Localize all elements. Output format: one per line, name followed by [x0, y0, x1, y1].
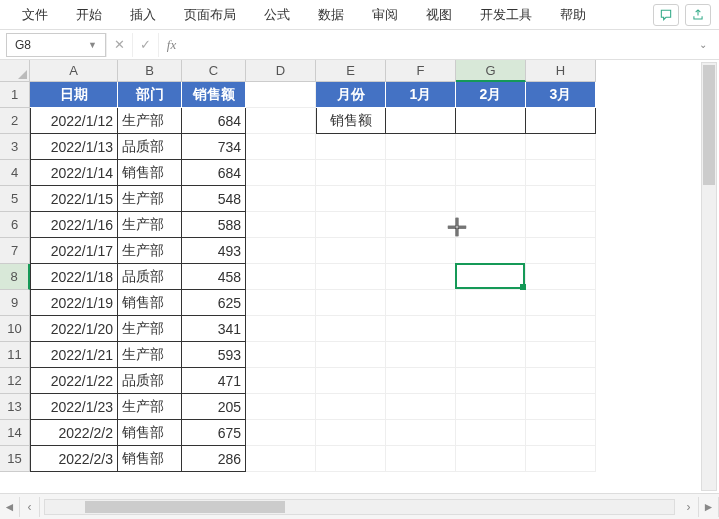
cell-A1[interactable]: 日期 [30, 82, 118, 108]
cell-C9[interactable]: 625 [182, 290, 246, 316]
cell-B2[interactable]: 生产部 [118, 108, 182, 134]
cell-G1[interactable]: 2月 [456, 82, 526, 108]
vertical-scrollbar[interactable] [701, 62, 717, 491]
cell-H6[interactable] [526, 212, 596, 238]
column-header-D[interactable]: D [246, 60, 316, 82]
cell-H8[interactable] [526, 264, 596, 290]
row-header-8[interactable]: 8 [0, 264, 30, 290]
cell-E15[interactable] [316, 446, 386, 472]
name-box[interactable]: G8 ▼ [6, 33, 106, 57]
column-header-C[interactable]: C [182, 60, 246, 82]
cell-G6[interactable] [456, 212, 526, 238]
cell-G7[interactable] [456, 238, 526, 264]
horizontal-scrollbar[interactable] [44, 499, 675, 515]
formula-expand-icon[interactable]: ⌄ [693, 39, 713, 50]
cell-A8[interactable]: 2022/1/18 [30, 264, 118, 290]
cell-H7[interactable] [526, 238, 596, 264]
cell-E6[interactable] [316, 212, 386, 238]
cell-C4[interactable]: 684 [182, 160, 246, 186]
cell-B9[interactable]: 销售部 [118, 290, 182, 316]
cell-E9[interactable] [316, 290, 386, 316]
vertical-scroll-thumb[interactable] [703, 65, 715, 185]
cell-F3[interactable] [386, 134, 456, 160]
column-header-H[interactable]: H [526, 60, 596, 82]
cell-F13[interactable] [386, 394, 456, 420]
cell-H14[interactable] [526, 420, 596, 446]
row-header-1[interactable]: 1 [0, 82, 30, 108]
cell-E1[interactable]: 月份 [316, 82, 386, 108]
column-header-E[interactable]: E [316, 60, 386, 82]
cell-D1[interactable] [246, 82, 316, 108]
cell-F10[interactable] [386, 316, 456, 342]
row-header-15[interactable]: 15 [0, 446, 30, 472]
menu-insert[interactable]: 插入 [116, 2, 170, 28]
cell-E3[interactable] [316, 134, 386, 160]
cell-G5[interactable] [456, 186, 526, 212]
cell-D3[interactable] [246, 134, 316, 160]
cell-E14[interactable] [316, 420, 386, 446]
cell-D15[interactable] [246, 446, 316, 472]
cell-E7[interactable] [316, 238, 386, 264]
row-header-4[interactable]: 4 [0, 160, 30, 186]
cell-A9[interactable]: 2022/1/19 [30, 290, 118, 316]
cell-B14[interactable]: 销售部 [118, 420, 182, 446]
cell-H12[interactable] [526, 368, 596, 394]
formula-input[interactable] [184, 33, 693, 57]
cells-area[interactable]: 日期部门销售额月份1月2月3月2022/1/12生产部684销售额2022/1/… [30, 82, 596, 472]
accept-icon[interactable]: ✓ [132, 33, 158, 57]
cell-B13[interactable]: 生产部 [118, 394, 182, 420]
cell-B10[interactable]: 生产部 [118, 316, 182, 342]
cell-A12[interactable]: 2022/1/22 [30, 368, 118, 394]
cell-A13[interactable]: 2022/1/23 [30, 394, 118, 420]
menu-view[interactable]: 视图 [412, 2, 466, 28]
cell-D13[interactable] [246, 394, 316, 420]
cell-D5[interactable] [246, 186, 316, 212]
cell-C2[interactable]: 684 [182, 108, 246, 134]
menu-page-layout[interactable]: 页面布局 [170, 2, 250, 28]
cell-A2[interactable]: 2022/1/12 [30, 108, 118, 134]
cell-G8[interactable] [456, 264, 526, 290]
cell-E4[interactable] [316, 160, 386, 186]
share-icon[interactable] [685, 4, 711, 26]
comment-icon[interactable] [653, 4, 679, 26]
row-header-9[interactable]: 9 [0, 290, 30, 316]
cell-H5[interactable] [526, 186, 596, 212]
cell-C6[interactable]: 588 [182, 212, 246, 238]
cell-H4[interactable] [526, 160, 596, 186]
cell-E11[interactable] [316, 342, 386, 368]
cell-F6[interactable] [386, 212, 456, 238]
cell-E5[interactable] [316, 186, 386, 212]
row-header-2[interactable]: 2 [0, 108, 30, 134]
cell-E8[interactable] [316, 264, 386, 290]
cell-D11[interactable] [246, 342, 316, 368]
cell-D14[interactable] [246, 420, 316, 446]
cell-H1[interactable]: 3月 [526, 82, 596, 108]
cell-C5[interactable]: 548 [182, 186, 246, 212]
cell-H10[interactable] [526, 316, 596, 342]
cell-F1[interactable]: 1月 [386, 82, 456, 108]
cell-F5[interactable] [386, 186, 456, 212]
cell-H3[interactable] [526, 134, 596, 160]
cell-G14[interactable] [456, 420, 526, 446]
cell-B15[interactable]: 销售部 [118, 446, 182, 472]
chevron-down-icon[interactable]: ▼ [88, 40, 97, 50]
cell-G10[interactable] [456, 316, 526, 342]
cell-H2[interactable] [526, 108, 596, 134]
cell-C12[interactable]: 471 [182, 368, 246, 394]
column-header-A[interactable]: A [30, 60, 118, 82]
cell-B5[interactable]: 生产部 [118, 186, 182, 212]
cell-F14[interactable] [386, 420, 456, 446]
cell-C3[interactable]: 734 [182, 134, 246, 160]
select-all-corner[interactable] [0, 60, 30, 82]
cell-G9[interactable] [456, 290, 526, 316]
column-header-G[interactable]: G [456, 60, 526, 82]
cell-C7[interactable]: 493 [182, 238, 246, 264]
row-header-11[interactable]: 11 [0, 342, 30, 368]
cell-D9[interactable] [246, 290, 316, 316]
scroll-left-start-icon[interactable]: ◄ [0, 497, 20, 517]
column-header-B[interactable]: B [118, 60, 182, 82]
cell-A15[interactable]: 2022/2/3 [30, 446, 118, 472]
menu-help[interactable]: 帮助 [546, 2, 600, 28]
cell-E2[interactable]: 销售额 [316, 108, 386, 134]
horizontal-scroll-thumb[interactable] [85, 501, 285, 513]
